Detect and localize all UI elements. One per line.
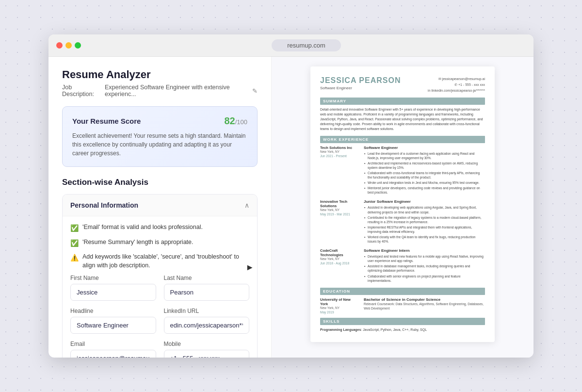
left-panel: Resume Analyzer Job Description: Experie… <box>48 57 272 358</box>
feedback-item-2: ✅ 'Resume Summary' length is appropriate… <box>70 238 249 248</box>
work-left-3: CodeCraft Technologies New York, NY Jun … <box>320 248 359 284</box>
score-header: Your Resume Score 82/100 <box>72 115 247 127</box>
dot-green[interactable] <box>75 42 81 49</box>
job-desc-row: Job Description: Experienced Software En… <box>62 84 258 98</box>
edit-icon[interactable]: ✎ <box>252 87 258 95</box>
linkedin-input[interactable] <box>164 317 250 334</box>
resume-header: JESSICA PEARSON Software Engineer ✉ jess… <box>320 76 485 94</box>
form-group-firstname: First Name <box>70 275 156 301</box>
resume-linkedin: in linkedin.com/jessicapearso-ja******* <box>428 88 485 94</box>
bullet-1-4: Wrote unit and integration tests in Jest… <box>364 180 485 185</box>
resume-summary-title: SUMMARY <box>320 98 485 105</box>
form-row-name: First Name Last Name <box>70 275 249 301</box>
feedback-text-2: 'Resume Summary' length is appropriate. <box>82 238 194 247</box>
bullet-1-3: Collaborated with cross-functional teams… <box>364 171 485 180</box>
score-value: 82 <box>224 115 235 126</box>
chevron-up-icon: ∧ <box>244 201 249 209</box>
edu-entry-1: University of New York New York, NY May … <box>320 297 485 314</box>
dot-yellow[interactable] <box>65 42 72 49</box>
role-2: Junior Software Engineer <box>364 199 485 204</box>
score-card: Your Resume Score 82/100 Excellent achie… <box>62 106 258 167</box>
bullet-1-2: Architected and implemented a microservi… <box>364 161 485 170</box>
work-entry-1: Tech Solutions Inc New York, NY Jun 2021… <box>320 146 485 196</box>
company-3: CodeCraft Technologies <box>320 248 359 257</box>
bullet-1-5: Mentored junior developers, conducting c… <box>364 186 485 195</box>
job-desc-text: Experienced Software Engineer with exten… <box>105 84 249 98</box>
linkedin-label: LinkedIn URL <box>164 308 250 314</box>
edu-right-1: Bachelor of Science in Computer Science … <box>364 297 485 314</box>
skills-values: : JavaScript, Python, Java, C++, Ruby, S… <box>361 328 427 331</box>
email-label: Email <box>70 341 156 347</box>
work-right-1: Software Engineer Lead the development o… <box>364 146 485 196</box>
feedback-item-3: ⚠️ Add keywords like 'scalable', 'secure… <box>70 253 249 270</box>
role-3: Software Engineer Intern <box>364 248 485 253</box>
bullet-2-1: Assisted in developing web applications … <box>364 205 485 214</box>
edu-left-1: University of New York New York, NY May … <box>320 297 359 314</box>
edu-location-1: New York, NY <box>320 306 359 310</box>
form-group-mobile: Mobile <box>164 341 250 358</box>
work-left-1: Tech Solutions Inc New York, NY Jun 2021… <box>320 146 359 196</box>
form-group-lastname: Last Name <box>164 275 250 301</box>
resume-phone: ✆ +1 - 555 - xxx xxx <box>428 82 485 88</box>
url-bar[interactable]: resumup.com <box>272 39 341 51</box>
analysis-header[interactable]: Personal Information ∧ <box>63 195 257 216</box>
location-2: New York, NY <box>320 208 359 212</box>
resume-name-block: JESSICA PEARSON Software Engineer <box>320 76 401 90</box>
form-row-headline: Headline LinkedIn URL <box>70 308 249 334</box>
resume-summary-text: Detail-oriented and innovative Software … <box>320 107 485 132</box>
analysis-section-name: Personal Information <box>70 201 138 209</box>
role-1: Software Engineer <box>364 146 485 150</box>
headline-input[interactable] <box>70 317 156 334</box>
check-icon-1: ✅ <box>70 224 79 233</box>
job-desc-label: Job Description: <box>62 84 102 98</box>
resume-document: JESSICA PEARSON Software Engineer ✉ jess… <box>310 66 495 342</box>
form-group-linkedin: LinkedIn URL <box>164 308 250 334</box>
resume-name: JESSICA PEARSON <box>320 76 401 85</box>
email-input[interactable] <box>70 350 156 358</box>
resume-skills-title: SKILLS <box>320 318 485 325</box>
last-name-input[interactable] <box>164 284 250 301</box>
score-description: Excellent achievement! Your resume sets … <box>72 131 247 158</box>
bullet-2-2: Contributed to the migration of legacy s… <box>364 215 485 224</box>
work-right-3: Software Engineer Intern Developed and t… <box>364 248 485 284</box>
feedback-text-3: Add keywords like 'scalable', 'secure', … <box>82 253 249 270</box>
analysis-body: ✅ 'Email' format is valid and looks prof… <box>63 216 257 358</box>
mobile-input[interactable] <box>164 350 250 358</box>
page-title: Resume Analyzer <box>62 68 258 81</box>
bullet-3-3: Collaborated with senior engineers on pr… <box>364 274 485 283</box>
browser-bar: resumup.com <box>48 34 534 57</box>
degree-1: Bachelor of Science in Computer Science <box>364 297 485 302</box>
work-entry-3: CodeCraft Technologies New York, NY Jun … <box>320 248 485 284</box>
dates-1: Jun 2021 - Present <box>320 154 359 158</box>
company-1: Tech Solutions Inc <box>320 146 359 150</box>
browser-window: resumup.com Resume Analyzer Job Descript… <box>48 34 534 358</box>
form-group-email: Email <box>70 341 156 358</box>
browser-dots <box>56 42 81 49</box>
first-name-input[interactable] <box>70 284 156 301</box>
score-value-group: 82/100 <box>224 115 247 127</box>
first-name-label: First Name <box>70 275 156 281</box>
right-panel: JESSICA PEARSON Software Engineer ✉ jess… <box>272 57 534 358</box>
score-denom: /100 <box>235 118 247 126</box>
edu-detail-1: Relevant Coursework: Data Structures, Al… <box>364 302 485 310</box>
dot-red[interactable] <box>56 42 63 49</box>
work-right-2: Junior Software Engineer Assisted in dev… <box>364 199 485 245</box>
bullet-1-1: Lead the development of a customer-facin… <box>364 151 485 160</box>
location-1: New York, NY <box>320 150 359 153</box>
bullet-3-1: Developed and tested new features for a … <box>364 254 485 263</box>
last-name-label: Last Name <box>164 275 250 281</box>
dates-2: May 2019 - Mar 2021 <box>320 212 359 216</box>
bullet-2-4: Worked closely with the QA team to ident… <box>364 235 485 244</box>
company-2: Innovative Tech Solutions <box>320 199 359 208</box>
bullet-3-2: Assisted in database management tasks, i… <box>364 264 485 273</box>
skills-label: Programming Languages <box>320 328 361 331</box>
analysis-section: Personal Information ∧ ✅ 'Email' format … <box>62 194 258 358</box>
resume-work-title: WORK EXPERIENCE <box>320 136 485 143</box>
edu-dates-1: May 2019 <box>320 310 359 314</box>
resume-contact: ✉ jessicapearson@resumup.ai ✆ +1 - 555 -… <box>428 76 485 94</box>
browser-content: Resume Analyzer Job Description: Experie… <box>48 57 534 358</box>
score-title: Your Resume Score <box>72 117 141 125</box>
school-1: University of New York <box>320 297 359 306</box>
feedback-text-1: 'Email' format is valid and looks profes… <box>82 223 203 232</box>
section-analysis-title: Section-wise Analysis <box>62 178 258 187</box>
